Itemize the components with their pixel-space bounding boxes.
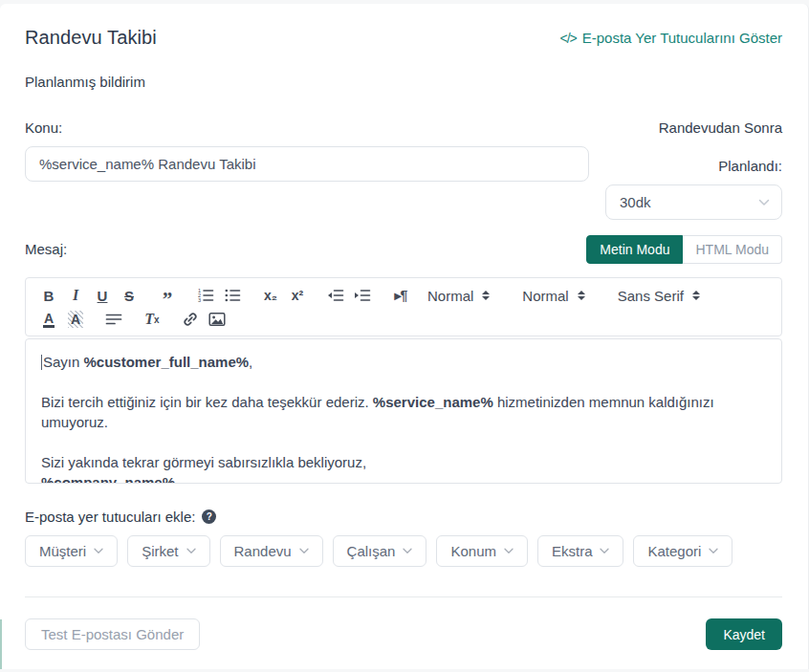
message-label: Mesaj:: [25, 240, 67, 259]
chevron-down-icon: [504, 548, 514, 554]
subject-label: Konu:: [25, 119, 589, 138]
text-color-icon[interactable]: A: [43, 312, 55, 328]
bold-icon[interactable]: B: [37, 285, 60, 306]
size-picker[interactable]: Normal: [522, 288, 584, 304]
heading-picker[interactable]: Normal: [427, 288, 490, 304]
placeholders-label: E-posta yer tutucuları ekle:: [25, 509, 195, 525]
planned-time-value: 30dk: [620, 194, 651, 210]
heading-picker-value: Normal: [427, 288, 473, 304]
placeholder-location-dropdown[interactable]: Konum: [436, 535, 528, 567]
planned-label: Planlandı:: [605, 157, 782, 176]
strikethrough-icon[interactable]: S: [118, 285, 141, 306]
editor-content[interactable]: Sayın %customer_full_name%,Bizi tercih e…: [25, 338, 782, 484]
svg-text:3: 3: [198, 297, 201, 303]
chevron-down-icon: [758, 199, 770, 206]
placeholder-appointment-dropdown[interactable]: Randevu: [220, 535, 323, 567]
footer: Test E-postası Gönder Kaydet: [25, 618, 782, 650]
chevron-down-icon: [94, 548, 103, 554]
chevron-down-icon: [186, 548, 196, 554]
page-title: Randevu Takibi: [25, 27, 157, 49]
italic-icon[interactable]: I: [64, 285, 87, 306]
placeholder-buttons-row: Müşteri Şirket Randevu Çalışan Konum Eks…: [25, 535, 782, 567]
indent-icon[interactable]: [351, 285, 374, 306]
footer-divider: [25, 596, 782, 597]
font-picker-value: Sans Serif: [618, 288, 684, 304]
subscript-icon[interactable]: x₂: [259, 285, 282, 306]
scheduled-notification-subtitle: Planlanmış bildirim: [25, 74, 782, 90]
planned-time-select[interactable]: 30dk: [605, 184, 782, 220]
after-appointment-label: Randevudan Sonra: [605, 119, 782, 138]
link-icon[interactable]: [179, 309, 202, 330]
placeholder-company-dropdown[interactable]: Şirket: [127, 535, 209, 567]
text-direction-icon[interactable]: ▸¶: [389, 285, 412, 306]
image-icon[interactable]: [206, 309, 229, 330]
placeholder-customer-dropdown[interactable]: Müşteri: [25, 535, 118, 567]
updown-arrows-icon: [692, 291, 700, 300]
align-icon[interactable]: [102, 309, 125, 330]
clear-format-icon[interactable]: Tx: [141, 309, 164, 330]
updown-arrows-icon: [482, 291, 490, 300]
header: Randevu Takibi </> E-posta Yer Tutucular…: [25, 27, 782, 49]
editor-toolbar: B I U S ” 123 x₂ x²: [25, 277, 782, 336]
chevron-down-icon: [709, 548, 718, 554]
outdent-icon[interactable]: [324, 285, 347, 306]
notification-editor-panel: Randevu Takibi </> E-posta Yer Tutucular…: [0, 4, 809, 669]
mode-toggle-group: Metin Modu HTML Modu: [586, 235, 782, 264]
save-button[interactable]: Kaydet: [706, 618, 782, 650]
chevron-down-icon: [403, 548, 412, 554]
background-page-edge: [0, 619, 2, 669]
chevron-down-icon: [600, 548, 609, 554]
underline-icon[interactable]: U: [91, 285, 114, 306]
background-color-icon[interactable]: A: [68, 311, 83, 328]
placeholder-extra-dropdown[interactable]: Ekstra: [537, 535, 624, 567]
placeholder-category-dropdown[interactable]: Kategori: [633, 535, 732, 567]
subject-schedule-row: Konu: Randevudan Sonra Planlandı: 30dk: [25, 119, 782, 220]
placeholders-header: E-posta yer tutucuları ekle: ?: [25, 509, 782, 525]
text-mode-button[interactable]: Metin Modu: [586, 235, 683, 264]
blockquote-icon[interactable]: ”: [156, 285, 179, 306]
chevron-down-icon: [299, 548, 309, 554]
ordered-list-icon[interactable]: 123: [194, 285, 217, 306]
help-icon[interactable]: ?: [202, 509, 216, 524]
code-icon: </>: [559, 31, 576, 46]
html-mode-button[interactable]: HTML Modu: [683, 235, 782, 264]
superscript-icon[interactable]: x²: [286, 285, 309, 306]
subject-input[interactable]: [25, 146, 589, 182]
bullet-list-icon[interactable]: [221, 285, 244, 306]
show-email-placeholders-label: E-posta Yer Tutucularını Göster: [582, 30, 782, 46]
message-mode-row: Mesaj: Metin Modu HTML Modu: [25, 235, 782, 264]
send-test-email-button[interactable]: Test E-postası Gönder: [25, 618, 200, 650]
placeholder-employee-dropdown[interactable]: Çalışan: [333, 535, 427, 567]
font-picker[interactable]: Sans Serif: [618, 288, 700, 304]
updown-arrows-icon: [578, 291, 585, 300]
size-picker-value: Normal: [522, 288, 568, 304]
show-email-placeholders-link[interactable]: </> E-posta Yer Tutucularını Göster: [559, 30, 782, 46]
